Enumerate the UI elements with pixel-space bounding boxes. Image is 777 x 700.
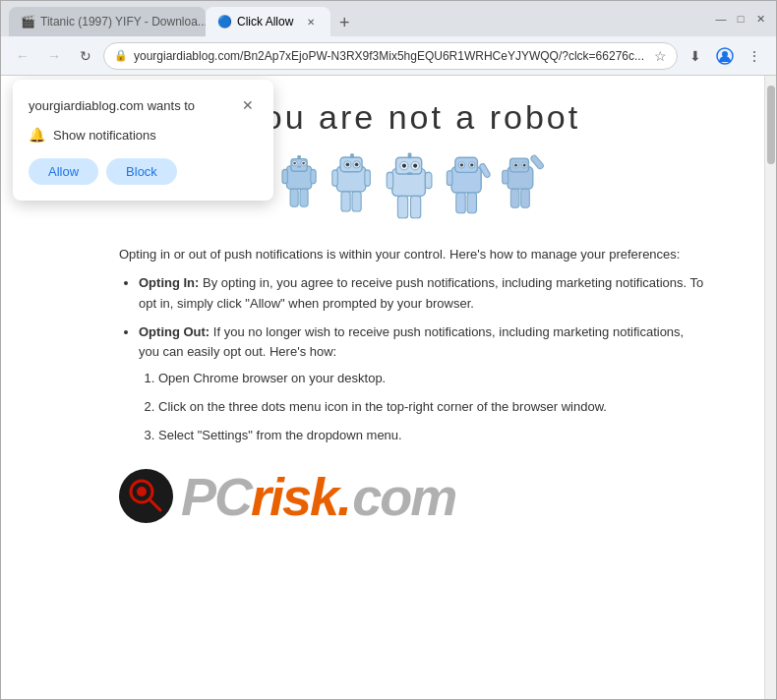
tab1-favicon: 🎬 — [21, 15, 34, 29]
block-button[interactable]: Block — [106, 158, 177, 185]
minimize-button[interactable]: — — [713, 11, 729, 27]
risk-text: risk — [251, 467, 337, 526]
url-text: yourgiardiablog.com/Bn2Ap7xEjoPW-N3RX9f3… — [134, 49, 648, 63]
tab2-close[interactable]: ✕ — [303, 14, 319, 29]
svg-rect-54 — [530, 154, 545, 170]
popup-notification-row: 🔔 Show notifications — [29, 127, 258, 143]
svg-point-52 — [523, 164, 526, 167]
svg-rect-32 — [387, 172, 393, 189]
pcrisk-icon-circle — [119, 469, 173, 523]
svg-point-29 — [402, 164, 406, 168]
pc-text: PC — [181, 467, 251, 526]
svg-rect-31 — [407, 172, 413, 175]
svg-rect-36 — [408, 153, 412, 159]
robot5-svg — [498, 146, 547, 221]
svg-rect-10 — [282, 170, 287, 184]
popup-title: yourgiardiablog.com wants to — [29, 98, 195, 113]
svg-rect-55 — [510, 189, 519, 207]
bullet2-bold: Opting Out: — [139, 324, 209, 339]
svg-point-7 — [302, 162, 305, 165]
svg-rect-9 — [297, 155, 301, 159]
footer-logo: PCrisk.com — [119, 466, 705, 527]
forward-button[interactable]: → — [40, 42, 68, 70]
com-text: com — [352, 467, 455, 526]
page-area: yourgiardiablog.com wants to ✕ 🔔 Show no… — [1, 76, 776, 699]
svg-rect-56 — [521, 189, 530, 207]
svg-rect-12 — [290, 189, 298, 206]
bullet1-text: By opting in, you agree to receive push … — [139, 275, 703, 311]
body-text: Opting in or out of push notifications i… — [119, 245, 705, 445]
svg-rect-53 — [503, 170, 508, 184]
tab-clickallow[interactable]: 🔵 Click Allow ✕ — [206, 7, 330, 36]
pcrisk-magnifier-icon — [127, 477, 166, 516]
refresh-button[interactable]: ↻ — [72, 42, 99, 70]
maximize-button[interactable]: □ — [733, 11, 748, 27]
pcrisk-logo-text: PCrisk.com — [181, 466, 455, 527]
back-button[interactable]: ← — [9, 42, 36, 70]
scrollbar[interactable] — [764, 76, 776, 699]
download-icon[interactable]: ⬇ — [682, 42, 709, 70]
profile-icon[interactable] — [711, 42, 739, 70]
svg-rect-46 — [467, 193, 476, 213]
popup-header: yourgiardiablog.com wants to ✕ — [29, 95, 258, 115]
svg-point-30 — [413, 164, 417, 168]
robot1-svg — [277, 146, 323, 217]
svg-point-41 — [460, 163, 463, 166]
svg-rect-20 — [332, 170, 338, 187]
svg-rect-21 — [365, 170, 371, 187]
notification-popup: yourgiardiablog.com wants to ✕ 🔔 Show no… — [13, 80, 273, 201]
scrollbar-thumb[interactable] — [767, 86, 775, 164]
menu-icon[interactable]: ⋮ — [741, 42, 768, 70]
bullet-item-1: Opting In: By opting in, you agree to re… — [139, 273, 705, 315]
new-tab-button[interactable]: + — [330, 9, 358, 36]
title-bar: 🎬 Titanic (1997) YIFY - Downloa... ✕ 🔵 C… — [1, 1, 776, 36]
svg-rect-22 — [341, 192, 350, 211]
url-bar[interactable]: 🔒 yourgiardiablog.com/Bn2Ap7xEjoPW-N3RX9… — [103, 42, 678, 70]
bullet2-text: If you no longer wish to receive push no… — [139, 324, 684, 360]
svg-point-58 — [137, 487, 147, 496]
close-button[interactable]: ✕ — [752, 11, 768, 27]
svg-rect-33 — [425, 172, 432, 189]
numbered-item-2: Click on the three dots menu icon in the… — [158, 397, 705, 418]
bookmark-icon[interactable]: ☆ — [654, 48, 667, 64]
tab2-favicon: 🔵 — [217, 15, 231, 29]
bullet1-bold: Opting In: — [139, 275, 199, 290]
page-content: yourgiardiablog.com wants to ✕ 🔔 Show no… — [1, 76, 764, 699]
svg-rect-45 — [456, 193, 465, 213]
numbered-list: Open Chrome browser on your desktop. Cli… — [139, 369, 705, 445]
svg-rect-24 — [350, 154, 354, 159]
tab-titanic[interactable]: 🎬 Titanic (1997) YIFY - Downloa... ✕ — [9, 7, 206, 36]
bullet-item-2: Opting Out: If you no longer wish to rec… — [139, 322, 705, 446]
numbered-item-3: Select "Settings" from the dropdown menu… — [158, 426, 705, 446]
robot3-svg — [382, 146, 439, 229]
svg-rect-43 — [447, 171, 452, 186]
popup-buttons: Allow Block — [29, 158, 258, 185]
browser-window: 🎬 Titanic (1997) YIFY - Downloa... ✕ 🔵 C… — [0, 0, 777, 700]
svg-line-59 — [149, 499, 160, 510]
allow-button[interactable]: Allow — [29, 158, 98, 185]
toolbar-icons: ⬇ ⋮ — [682, 42, 768, 70]
svg-point-18 — [346, 163, 350, 167]
window-controls: — □ ✕ — [713, 11, 768, 27]
tab2-label: Click Allow — [237, 15, 293, 29]
svg-rect-11 — [311, 170, 316, 184]
tabs-area: 🎬 Titanic (1997) YIFY - Downloa... ✕ 🔵 C… — [9, 1, 705, 36]
svg-rect-13 — [300, 189, 308, 206]
svg-rect-23 — [352, 192, 361, 211]
svg-rect-34 — [397, 197, 407, 218]
popup-notification-text: Show notifications — [53, 128, 156, 143]
robot4-svg — [443, 146, 494, 225]
bell-icon: 🔔 — [29, 127, 45, 143]
svg-point-51 — [514, 164, 517, 167]
tab1-label: Titanic (1997) YIFY - Downloa... — [40, 15, 206, 29]
numbered-item-1: Open Chrome browser on your desktop. — [158, 369, 705, 389]
svg-rect-8 — [297, 166, 301, 168]
address-bar: ← → ↻ 🔒 yourgiardiablog.com/Bn2Ap7xEjoPW… — [1, 36, 776, 76]
svg-point-6 — [293, 162, 296, 165]
svg-point-42 — [470, 163, 473, 166]
popup-close-button[interactable]: ✕ — [238, 95, 258, 115]
bullet-list: Opting In: By opting in, you agree to re… — [119, 273, 705, 446]
svg-rect-35 — [410, 197, 420, 218]
dot-text: . — [337, 467, 352, 526]
svg-point-19 — [355, 163, 359, 167]
